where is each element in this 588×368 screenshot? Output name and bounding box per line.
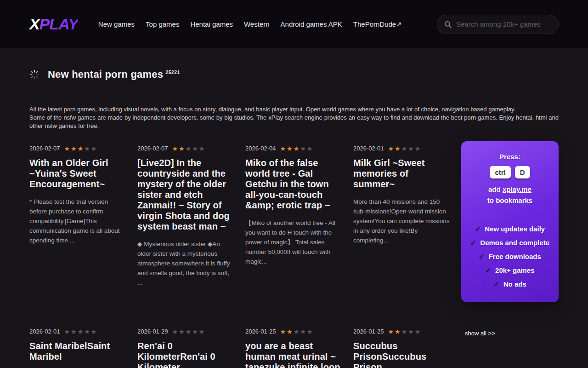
game-card: 2026-02-07 ★★★★★ With an Older Girl ~Yui… [29, 145, 127, 245]
check-icon: ✓ [485, 266, 491, 274]
feature-list: ✓New updates daily ✓Demos and complete ✓… [468, 225, 552, 288]
main-nav: New games Top games Hentai games Western… [98, 20, 402, 29]
check-icon: ✓ [470, 239, 476, 247]
search-input[interactable] [456, 20, 552, 28]
promo-divider [469, 216, 550, 216]
feature-item: ✓No ads [468, 280, 552, 288]
card-meta: 2026-02-01 ★★★★★ [353, 145, 451, 152]
xplay-logo[interactable]: XPLAY [29, 15, 78, 33]
star-rating[interactable]: ★★★★★ [172, 145, 206, 152]
press-label: Press: [468, 153, 552, 161]
show-all-cell: show all >> [461, 328, 559, 337]
game-card: 2026-01-25 ★★★★★ you are a beast human m… [245, 328, 343, 368]
game-title-link[interactable]: [Live2D] In the countryside and the myst… [137, 158, 235, 232]
nav-new-games[interactable]: New games [98, 20, 135, 28]
nav-android-games-apk[interactable]: Android games APK [281, 20, 342, 28]
main-content: New hentai porn games25221 All the lates… [0, 69, 588, 368]
to-bookmarks-label: to bookmarks [468, 196, 552, 204]
release-date: 2026-02-07 [29, 145, 60, 152]
release-date: 2026-01-25 [245, 328, 276, 335]
game-card: 2026-02-04 ★★★★★ Miko of the false world… [245, 145, 343, 266]
xplay-me-link[interactable]: xplay.me [503, 185, 531, 193]
game-description: 【Miko of another world tree - All you wa… [245, 218, 343, 266]
page-title: New hentai porn games25221 [48, 69, 180, 80]
game-title-link[interactable]: Succubus PrisonSuccubus Prison [353, 341, 451, 368]
bookmark-promo-box: Press: ctrl D add xplay.me to bookmarks … [461, 141, 559, 302]
show-all-link[interactable]: show all >> [465, 330, 495, 337]
ctrl-key: ctrl [490, 166, 510, 178]
card-meta: 2026-02-04 ★★★★★ [245, 145, 343, 152]
nav-theporndude[interactable]: ThePornDude↗ [353, 20, 402, 29]
game-title-link[interactable]: Miko of the false world tree - Gal Getch… [245, 158, 343, 211]
release-date: 2026-02-07 [137, 145, 168, 152]
game-card: 2026-02-01 ★★★★★ Milk Girl ~Sweet memori… [353, 145, 451, 245]
star-rating[interactable]: ★★★★★ [64, 145, 98, 152]
check-icon: ✓ [475, 225, 481, 233]
nav-top-games[interactable]: Top games [146, 20, 179, 28]
star-rating[interactable]: ★★★★★ [388, 328, 422, 335]
feature-item: ✓Demos and complete [468, 239, 552, 247]
intro-paragraph-1: All the latest porn games, including vis… [29, 105, 559, 114]
logo-play: PLAY [40, 15, 78, 33]
release-date: 2026-01-29 [137, 328, 168, 335]
nav-western[interactable]: Western [244, 20, 270, 28]
card-meta: 2026-01-29 ★★★★★ [137, 328, 235, 335]
game-card: 2026-01-29 ★★★★★ Ren'ai 0 KilometerRen'a… [137, 328, 235, 368]
d-key: D [515, 166, 530, 178]
game-title-link[interactable]: you are a beast human meat urinal ~ tane… [245, 341, 343, 368]
title-divider [29, 93, 559, 93]
release-date: 2026-02-04 [245, 145, 276, 152]
game-title-link[interactable]: Ren'ai 0 KilometerRen'ai 0 Kilometer [137, 341, 235, 368]
search-bar[interactable] [437, 15, 559, 34]
feature-item: ✓Free downloads [468, 253, 552, 261]
page-title-row: New hentai porn games25221 [29, 69, 559, 80]
release-date: 2026-01-25 [353, 328, 384, 335]
star-rating[interactable]: ★★★★★ [388, 145, 422, 152]
card-meta: 2026-01-25 ★★★★★ [245, 328, 343, 335]
intro-paragraph-2: Some of the nsfw games are made by indep… [29, 114, 559, 130]
game-description: ◆ Mysterious older sister ◆An older sist… [137, 239, 235, 288]
games-grid: 2026-02-07 ★★★★★ With an Older Girl ~Yui… [29, 145, 559, 368]
header: XPLAY New games Top games Hentai games W… [0, 0, 588, 48]
release-date: 2026-02-01 [353, 145, 384, 152]
game-title-link[interactable]: With an Older Girl ~Yuina's Sweet Encour… [29, 158, 127, 190]
logo-x: X [29, 15, 40, 33]
feature-item: ✓New updates daily [468, 225, 552, 233]
feature-item: ✓20k+ games [468, 266, 552, 275]
search-icon [444, 20, 452, 29]
game-description: More than 40 missions and 150 sub-missio… [353, 197, 451, 245]
game-title-link[interactable]: Milk Girl ~Sweet memories of summer~ [353, 158, 451, 190]
release-date: 2026-02-01 [29, 328, 60, 335]
game-title-link[interactable]: Saint MaribelSaint Maribel [29, 341, 127, 362]
check-icon: ✓ [493, 280, 499, 288]
games-count-badge: 25221 [165, 69, 180, 75]
game-description: * Please test the trial version before p… [29, 197, 127, 245]
add-bookmark-line: add xplay.me [468, 185, 552, 193]
star-rating[interactable]: ★★★★★ [172, 328, 206, 335]
nav-hentai-games[interactable]: Hentai games [190, 20, 233, 28]
star-rating[interactable]: ★★★★★ [280, 328, 314, 335]
game-card: 2026-01-25 ★★★★★ Succubus PrisonSuccubus… [353, 328, 451, 368]
key-combo: ctrl D [468, 166, 552, 178]
card-meta: 2026-02-01 ★★★★★ [29, 328, 127, 335]
spinner-icon [29, 69, 40, 80]
star-rating[interactable]: ★★★★★ [280, 145, 314, 152]
star-rating[interactable]: ★★★★★ [64, 328, 98, 335]
card-meta: 2026-02-07 ★★★★★ [137, 145, 235, 152]
card-meta: 2026-01-25 ★★★★★ [353, 328, 451, 335]
game-card: 2026-02-07 ★★★★★ [Live2D] In the country… [137, 145, 235, 288]
card-meta: 2026-02-07 ★★★★★ [29, 145, 127, 152]
game-card: 2026-02-01 ★★★★★ Saint MaribelSaint Mari… [29, 328, 127, 368]
check-icon: ✓ [479, 253, 485, 260]
intro-text: All the latest porn games, including vis… [29, 105, 559, 130]
